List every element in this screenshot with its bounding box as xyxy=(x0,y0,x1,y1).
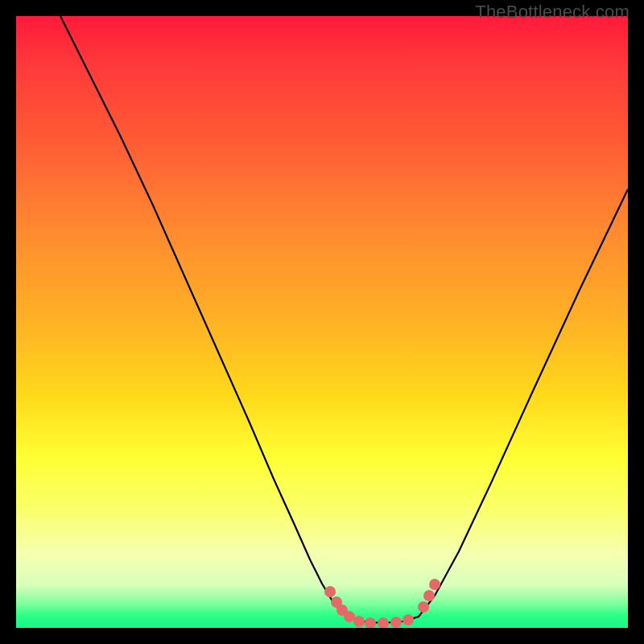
svg-point-6 xyxy=(378,617,389,628)
svg-point-10 xyxy=(423,590,435,601)
plot-area xyxy=(16,16,628,628)
svg-point-9 xyxy=(418,601,429,613)
marker-group-floor xyxy=(353,614,414,628)
svg-point-8 xyxy=(402,614,414,625)
chart-frame: TheBottleneck.com xyxy=(0,0,644,644)
svg-point-0 xyxy=(324,586,336,597)
svg-point-5 xyxy=(365,617,376,628)
marker-group-left xyxy=(324,586,355,622)
marker-group-right xyxy=(418,579,440,613)
svg-point-4 xyxy=(353,616,365,627)
svg-point-11 xyxy=(429,579,440,590)
svg-point-7 xyxy=(390,617,402,628)
attribution-label: TheBottleneck.com xyxy=(475,2,630,23)
curve-path xyxy=(60,16,628,623)
bottleneck-curve xyxy=(16,16,628,628)
svg-point-3 xyxy=(344,611,355,622)
